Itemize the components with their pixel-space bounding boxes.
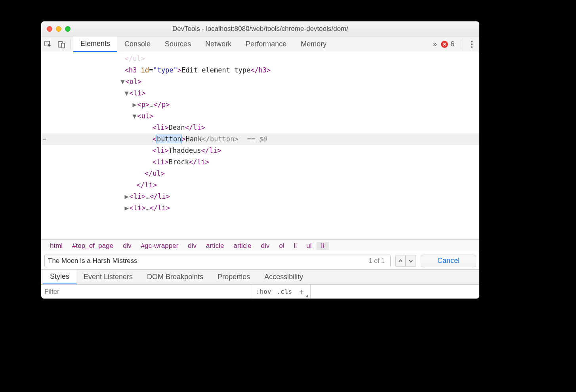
breadcrumb-item[interactable]: #top_of_page bbox=[67, 242, 118, 250]
dom-node[interactable]: ▶<p>…</p> bbox=[41, 99, 479, 110]
breadcrumb-item[interactable]: html bbox=[45, 242, 67, 250]
dom-node[interactable]: </ul> bbox=[41, 53, 479, 65]
settings-menu-icon[interactable] bbox=[467, 41, 476, 48]
breadcrumb-item[interactable]: li bbox=[289, 242, 302, 250]
breadcrumb-item[interactable]: div bbox=[118, 242, 136, 250]
breadcrumb-item[interactable]: article bbox=[201, 242, 229, 250]
inspect-element-icon[interactable] bbox=[41, 40, 55, 48]
traffic-lights bbox=[41, 26, 71, 32]
breadcrumb-item[interactable]: #gc-wrapper bbox=[136, 242, 183, 250]
minimize-window-button[interactable] bbox=[56, 26, 61, 32]
search-bar: 1 of 1 Cancel bbox=[41, 252, 479, 269]
subtab-styles[interactable]: Styles bbox=[43, 270, 76, 285]
styles-filter-bar: :hov .cls ＋◢ bbox=[41, 284, 479, 299]
dom-node-selected[interactable]: <button>Hank</button> == $0 bbox=[41, 133, 479, 145]
cls-toggle[interactable]: .cls bbox=[277, 288, 292, 295]
main-toolbar: Elements Console Sources Network Perform… bbox=[41, 36, 479, 52]
dom-node[interactable]: ▶<li>…</li> bbox=[41, 202, 479, 214]
tab-network[interactable]: Network bbox=[198, 36, 238, 52]
subtab-event-listeners[interactable]: Event Listeners bbox=[76, 270, 140, 284]
tab-sources[interactable]: Sources bbox=[158, 36, 198, 52]
dom-node[interactable]: <li>Brock</li> bbox=[41, 156, 479, 168]
window-title: DevTools - localhost:8080/web/tools/chro… bbox=[41, 25, 479, 33]
breadcrumb-item[interactable]: ol bbox=[275, 242, 289, 250]
dom-tree[interactable]: </ul> <h3 id="type">Edit element type</h… bbox=[41, 52, 479, 239]
subtab-accessibility[interactable]: Accessibility bbox=[257, 270, 310, 284]
tag-edit-input[interactable]: button bbox=[156, 135, 181, 143]
titlebar: DevTools - localhost:8080/web/tools/chro… bbox=[41, 21, 479, 36]
close-window-button[interactable] bbox=[47, 26, 52, 32]
breadcrumb-item[interactable]: ul bbox=[301, 242, 316, 250]
subtab-dom-breakpoints[interactable]: DOM Breakpoints bbox=[140, 270, 210, 284]
dom-node[interactable]: <li>Dean</li> bbox=[41, 122, 479, 133]
hov-toggle[interactable]: :hov bbox=[256, 288, 271, 295]
dom-node[interactable]: ▼<li> bbox=[41, 88, 479, 99]
error-icon: ✕ bbox=[441, 41, 448, 48]
dom-node[interactable]: <h3 id="type">Edit element type</h3> bbox=[41, 65, 479, 76]
breadcrumb-item[interactable]: div bbox=[183, 242, 201, 250]
device-toolbar-icon[interactable] bbox=[55, 40, 68, 48]
breadcrumb-item-current[interactable]: li bbox=[317, 242, 329, 250]
search-next-button[interactable] bbox=[406, 255, 416, 267]
error-counter[interactable]: ✕ 6 bbox=[441, 40, 454, 48]
breadcrumb-item[interactable]: article bbox=[229, 242, 256, 250]
error-count-label: 6 bbox=[450, 40, 454, 48]
breadcrumb-item[interactable]: div bbox=[256, 242, 275, 250]
toolbar-separator bbox=[71, 40, 71, 49]
dom-node[interactable]: <li>Thaddeus</li> bbox=[41, 145, 479, 156]
subtab-properties[interactable]: Properties bbox=[210, 270, 257, 284]
dom-node[interactable]: ▼<ul> bbox=[41, 110, 479, 122]
tab-memory[interactable]: Memory bbox=[294, 36, 334, 52]
dom-node[interactable]: ▶<li>…</li> bbox=[41, 191, 479, 202]
search-cancel-button[interactable]: Cancel bbox=[421, 255, 476, 267]
tab-elements[interactable]: Elements bbox=[73, 36, 117, 52]
search-input[interactable] bbox=[48, 257, 369, 265]
dom-node[interactable]: </ul> bbox=[41, 168, 479, 179]
styles-filter-input[interactable] bbox=[44, 288, 248, 296]
more-tabs-icon[interactable]: » bbox=[433, 40, 437, 48]
tab-console[interactable]: Console bbox=[117, 36, 158, 52]
devtools-window: DevTools - localhost:8080/web/tools/chro… bbox=[41, 21, 479, 299]
toolbar-separator bbox=[461, 40, 461, 49]
tab-performance[interactable]: Performance bbox=[238, 36, 294, 52]
dom-breadcrumb: html #top_of_page div #gc-wrapper div ar… bbox=[41, 239, 479, 252]
search-box: 1 of 1 bbox=[44, 255, 391, 267]
svg-rect-2 bbox=[61, 43, 65, 48]
search-nav bbox=[395, 255, 416, 267]
styles-pane-tabs: Styles Event Listeners DOM Breakpoints P… bbox=[41, 269, 479, 284]
zoom-window-button[interactable] bbox=[65, 26, 71, 32]
new-style-rule-button[interactable]: ＋◢ bbox=[298, 286, 305, 297]
dom-node[interactable]: </li> bbox=[41, 179, 479, 191]
panel-tabs: Elements Console Sources Network Perform… bbox=[73, 36, 334, 52]
search-result-count: 1 of 1 bbox=[369, 257, 387, 265]
search-prev-button[interactable] bbox=[395, 255, 406, 267]
dom-node[interactable]: ▼<ol> bbox=[41, 76, 479, 88]
